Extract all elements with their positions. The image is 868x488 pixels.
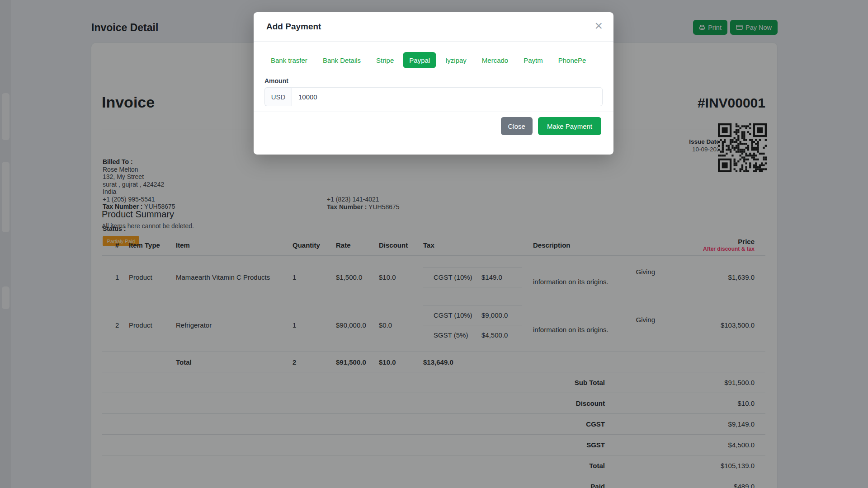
tab-phonepe[interactable]: PhonePe — [552, 52, 593, 68]
amount-input[interactable] — [292, 87, 603, 106]
modal-title: Add Payment — [266, 22, 321, 32]
tab-paypal[interactable]: Paypal — [403, 52, 436, 68]
tab-paytm[interactable]: Paytm — [517, 52, 549, 68]
modal-header: Add Payment × — [254, 12, 613, 42]
amount-label: Amount — [264, 77, 603, 84]
payment-method-tabs: Bank trasfer Bank Details Stripe Paypal … — [264, 52, 603, 68]
make-payment-button[interactable]: Make Payment — [538, 117, 601, 135]
close-icon[interactable]: × — [594, 18, 603, 34]
modal-body: Bank trasfer Bank Details Stripe Paypal … — [254, 42, 613, 106]
close-button[interactable]: Close — [501, 117, 533, 135]
tab-bank-transfer[interactable]: Bank trasfer — [264, 52, 314, 68]
currency-addon: USD — [264, 87, 292, 106]
add-payment-modal: Add Payment × Bank trasfer Bank Details … — [254, 12, 613, 155]
tab-stripe[interactable]: Stripe — [370, 52, 400, 68]
tab-bank-details[interactable]: Bank Details — [316, 52, 367, 68]
modal-footer: Close Make Payment — [254, 112, 613, 135]
tab-mercado[interactable]: Mercado — [476, 52, 514, 68]
amount-input-group: USD — [264, 87, 603, 106]
tab-iyzipay[interactable]: Iyzipay — [439, 52, 473, 68]
